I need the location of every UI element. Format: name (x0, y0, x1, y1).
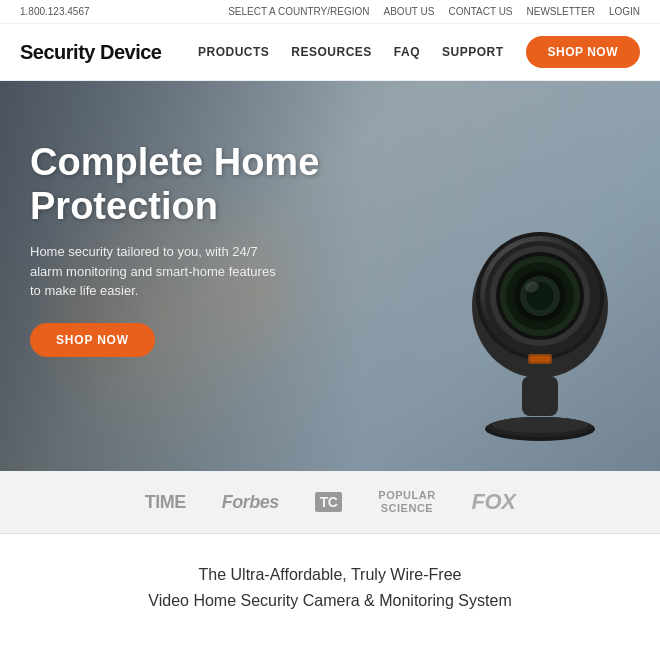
hero-section: Complete Home Protection Home security t… (0, 81, 660, 471)
newsletter-link[interactable]: NEWSLETTER (527, 6, 595, 17)
nav-support[interactable]: SUPPORT (442, 45, 504, 59)
contact-us-link[interactable]: CONTACT US (448, 6, 512, 17)
main-nav: PRODUCTS RESOURCES FAQ SUPPORT SHOP NOW (198, 36, 640, 68)
phone-number: 1.800.123.4567 (20, 6, 90, 17)
svg-rect-13 (530, 356, 550, 362)
tagline-section: The Ultra-Affordable, Truly Wire-Free Vi… (0, 534, 660, 635)
hero-subtitle: Home security tailored to you, with 24/7… (30, 242, 280, 301)
tc-icon: TC (315, 492, 343, 512)
tagline-line2: Video Home Security Camera & Monitoring … (148, 592, 511, 609)
login-link[interactable]: LOGIN (609, 6, 640, 17)
security-camera-image (440, 161, 640, 471)
svg-point-17 (492, 417, 588, 433)
press-logos-bar: TIME Forbes TC POPULARSCIENCE FOX (0, 471, 660, 534)
tagline-text: The Ultra-Affordable, Truly Wire-Free Vi… (20, 562, 640, 613)
press-logo-time: TIME (145, 492, 186, 513)
top-bar: 1.800.123.4567 SELECT A COUNTRY/REGION A… (0, 0, 660, 24)
hero-title: Complete Home Protection (30, 141, 330, 228)
press-logo-forbes: Forbes (222, 492, 279, 513)
header-shop-now-button[interactable]: SHOP NOW (526, 36, 640, 68)
header: Security Device PRODUCTS RESOURCES FAQ S… (0, 24, 660, 81)
country-selector[interactable]: SELECT A COUNTRY/REGION (228, 6, 369, 17)
nav-faq[interactable]: FAQ (394, 45, 420, 59)
hero-content: Complete Home Protection Home security t… (30, 141, 330, 357)
press-logo-popular-science: POPULARSCIENCE (378, 489, 435, 515)
press-logo-fox: FOX (472, 489, 516, 515)
nav-products[interactable]: PRODUCTS (198, 45, 269, 59)
about-us-link[interactable]: ABOUT US (384, 6, 435, 17)
top-bar-links: SELECT A COUNTRY/REGION ABOUT US CONTACT… (228, 6, 640, 17)
hero-shop-now-button[interactable]: SHOP NOW (30, 323, 155, 357)
site-logo[interactable]: Security Device (20, 41, 161, 64)
tagline-line1: The Ultra-Affordable, Truly Wire-Free (199, 566, 462, 583)
press-logo-techcrunch: TC (315, 492, 343, 512)
svg-rect-14 (522, 376, 558, 416)
nav-resources[interactable]: RESOURCES (291, 45, 372, 59)
